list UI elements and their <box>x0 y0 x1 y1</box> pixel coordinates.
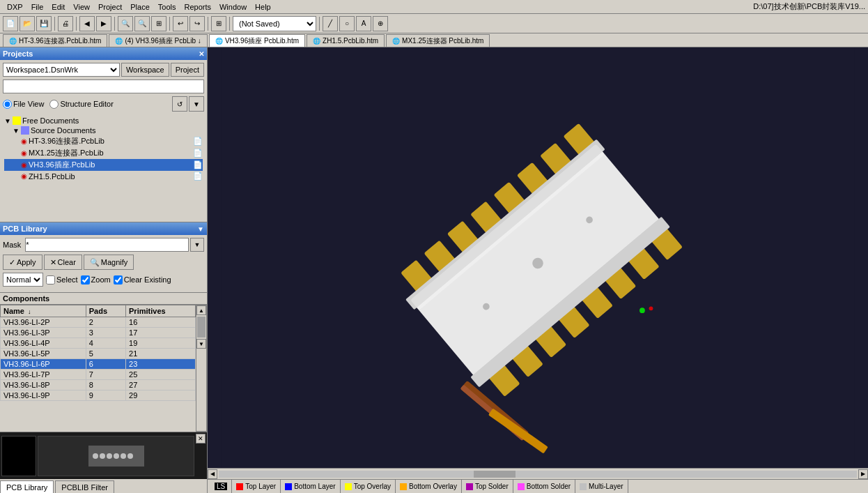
mask-dropdown-btn[interactable]: ▼ <box>190 238 204 252</box>
menu-file[interactable]: File <box>27 1 48 13</box>
thumbnail-close-btn[interactable]: ✕ <box>196 434 206 443</box>
tab-3[interactable]: 🌐 ZH1.5.PcbLib.htm <box>307 34 385 47</box>
workspace-btn[interactable]: Workspace <box>121 63 169 77</box>
top-overlay-segment[interactable]: Top Overlay <box>341 480 396 493</box>
components-table-wrapper[interactable]: Name ↓ Pads Primitives VH3.96-LI-2P216VH… <box>0 305 196 432</box>
table-row[interactable]: VH3.96-LI-9P929 <box>1 390 196 401</box>
menu-window[interactable]: Window <box>215 1 251 13</box>
h-scroll-thumb[interactable] <box>474 471 516 478</box>
zoom-in-btn[interactable]: 🔍 <box>118 16 133 31</box>
bottom-layer-label: Bottom Layer <box>294 483 335 490</box>
file-view-radio[interactable]: File View <box>3 100 44 109</box>
clear-btn[interactable]: ✕ Clear <box>44 255 82 270</box>
scroll-right-btn[interactable]: ▶ <box>858 469 868 479</box>
pcblib-close-btn[interactable]: ▼ <box>197 225 204 233</box>
table-row[interactable]: VH3.96-LI-2P216 <box>1 317 196 328</box>
tab-0[interactable]: 🌐 HT-3.96连接器.PcbLib.htm <box>3 34 107 47</box>
bottom-tab-pcblib[interactable]: PCB Library <box>0 480 54 493</box>
scroll-left-btn[interactable]: ◀ <box>208 469 217 479</box>
col-primitives[interactable]: Primitives <box>126 305 196 317</box>
tool3-btn[interactable]: A <box>356 16 371 31</box>
tool1-btn[interactable]: ╱ <box>323 16 338 31</box>
sep5 <box>208 17 208 31</box>
not-saved-dropdown[interactable]: (Not Saved) <box>233 16 316 31</box>
new-btn[interactable]: 📄 <box>3 16 18 31</box>
magnify-label: Magnify <box>101 258 128 266</box>
tree-file-2[interactable]: ◉ VH3.96插座.PcbLib 📄 <box>4 159 203 171</box>
tree-file-0[interactable]: ◉ HT-3.96连接器.PcbLib 📄 <box>4 135 203 147</box>
select-checkbox-label[interactable]: Select <box>46 275 78 285</box>
table-row[interactable]: VH3.96-LI-3P317 <box>1 328 196 338</box>
table-scrollbar[interactable]: ▲ ▼ <box>196 305 207 432</box>
tab-4[interactable]: 🌐 MX1.25连接器 PcbLib.htm <box>386 34 490 47</box>
tree-source-docs[interactable]: ▼ Source Documents <box>4 126 203 135</box>
file-action-0: 📄 <box>193 137 203 146</box>
table-row[interactable]: VH3.96-LI-5P521 <box>1 349 196 359</box>
config-btn[interactable]: ▼ <box>189 96 204 112</box>
cell-primitives: 21 <box>126 349 196 359</box>
bottom-tab-filter[interactable]: PCBLIB Filter <box>55 480 114 493</box>
clear-existing-checkbox-label[interactable]: Clear Existing <box>114 275 171 285</box>
structure-editor-radio[interactable]: Structure Editor <box>49 100 113 109</box>
zoom-checkbox[interactable] <box>81 275 90 285</box>
redo-btn[interactable]: ↪ <box>189 16 205 31</box>
undo-btn[interactable]: ↩ <box>173 16 188 31</box>
tabbar: 🌐 HT-3.96连接器.PcbLib.htm 🌐 (4) VH3.96插座 P… <box>0 33 868 47</box>
projects-close-btn[interactable]: ✕ <box>199 50 204 58</box>
table-row[interactable]: VH3.96-LI-4P419 <box>1 338 196 349</box>
menu-help[interactable]: Help <box>251 1 275 13</box>
tree-file-1[interactable]: ◉ MX1.25连接器.PcbLib 📄 <box>4 147 203 159</box>
magnify-btn[interactable]: 🔍 Magnify <box>84 255 134 270</box>
print-btn[interactable]: 🖨 <box>58 16 73 31</box>
table-row[interactable]: VH3.96-LI-7P725 <box>1 370 196 380</box>
select-checkbox[interactable] <box>46 275 55 285</box>
bottom-tab-filter-label: PCBLIB Filter <box>61 483 108 492</box>
scroll-down-btn[interactable]: ▼ <box>196 339 206 349</box>
tree-free-docs[interactable]: ▼ Free Documents <box>4 116 203 126</box>
forward-btn[interactable]: ▶ <box>96 16 111 31</box>
tree-file-label-3: ZH1.5.PcbLib <box>29 172 75 181</box>
menu-reports[interactable]: Reports <box>180 1 215 13</box>
h-scroll-track[interactable] <box>219 471 857 478</box>
tree-file-3[interactable]: ◉ ZH1.5.PcbLib 📄 <box>4 171 203 181</box>
top-layer-segment[interactable]: Top Layer <box>232 480 281 493</box>
zoom-fit-btn[interactable]: ⊞ <box>151 16 166 31</box>
normal-select[interactable]: Normal <box>3 273 43 287</box>
workspace-select[interactable]: Workspace1.DsnWrk <box>3 63 120 77</box>
open-btn[interactable]: 📂 <box>20 16 35 31</box>
pcb-canvas[interactable]: ◀ ▶ <box>208 47 868 479</box>
clear-existing-checkbox[interactable] <box>114 275 123 285</box>
table-row[interactable]: VH3.96-LI-6P623 <box>1 359 196 370</box>
menu-edit[interactable]: Edit <box>47 1 69 13</box>
zoom-out-btn[interactable]: 🔍 <box>134 16 150 31</box>
menu-tools[interactable]: Tools <box>154 1 180 13</box>
apply-btn[interactable]: ✓ Apply <box>3 255 42 270</box>
menu-dxp[interactable]: DXP <box>3 1 27 13</box>
mask-input[interactable] <box>25 238 189 252</box>
top-solder-segment[interactable]: Top Solder <box>462 480 513 493</box>
tab-1[interactable]: 🌐 (4) VH3.96插座 PcbLib ↓ <box>109 34 208 47</box>
scroll-thumb[interactable] <box>197 317 206 337</box>
h-scrollbar[interactable]: ◀ ▶ <box>208 468 868 479</box>
multi-layer-segment[interactable]: Multi-Layer <box>575 480 628 493</box>
bottom-layer-segment[interactable]: Bottom Layer <box>281 480 340 493</box>
project-btn[interactable]: Project <box>171 63 204 77</box>
tool4-btn[interactable]: ⊕ <box>373 16 388 31</box>
back-btn[interactable]: ◀ <box>79 16 95 31</box>
table-row[interactable]: VH3.96-LI-8P827 <box>1 380 196 390</box>
project-search-input[interactable] <box>3 79 204 93</box>
menu-place[interactable]: Place <box>126 1 154 13</box>
save-btn[interactable]: 💾 <box>36 16 52 31</box>
zoom-checkbox-label[interactable]: Zoom <box>81 275 111 285</box>
bottom-solder-segment[interactable]: Bottom Solder <box>513 480 575 493</box>
menu-project[interactable]: Project <box>94 1 126 13</box>
grid-btn[interactable]: ⊞ <box>211 16 226 31</box>
menu-view[interactable]: View <box>69 1 94 13</box>
refresh-btn[interactable]: ↺ <box>172 96 187 112</box>
col-name[interactable]: Name ↓ <box>1 305 86 317</box>
scroll-up-btn[interactable]: ▲ <box>196 305 206 315</box>
bottom-overlay-segment[interactable]: Bottom Overlay <box>396 480 462 493</box>
col-pads[interactable]: Pads <box>86 305 125 317</box>
tab-2[interactable]: 🌐 VH3.96插座 PcbLib.htm <box>209 34 305 47</box>
tool2-btn[interactable]: ○ <box>339 16 355 31</box>
